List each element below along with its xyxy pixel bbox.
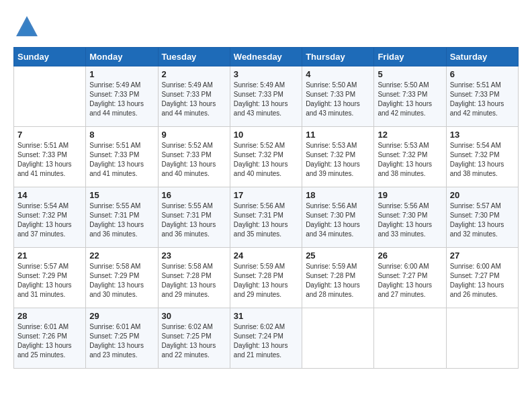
calendar-cell: 24Sunrise: 5:59 AMSunset: 7:28 PMDayligh… [230,248,302,308]
calendar-cell: 4Sunrise: 5:50 AMSunset: 7:33 PMDaylight… [302,66,374,127]
day-number: 12 [378,130,442,140]
calendar-cell [14,66,86,127]
day-number: 23 [162,250,226,261]
calendar-cell: 25Sunrise: 5:59 AMSunset: 7:28 PMDayligh… [302,248,374,308]
day-info: Sunrise: 6:00 AMSunset: 7:27 PMDaylight:… [378,262,442,300]
calendar-cell: 28Sunrise: 6:01 AMSunset: 7:26 PMDayligh… [14,308,86,369]
weekday-header: Sunday [14,48,86,66]
day-number: 17 [234,190,298,200]
day-info: Sunrise: 5:58 AMSunset: 7:28 PMDaylight:… [162,262,226,300]
day-number: 15 [89,190,154,200]
day-info: Sunrise: 5:49 AMSunset: 7:33 PMDaylight:… [89,81,154,118]
day-number: 19 [378,190,442,200]
calendar-cell: 12Sunrise: 5:53 AMSunset: 7:32 PMDayligh… [374,127,446,187]
calendar-cell: 9Sunrise: 5:52 AMSunset: 7:33 PMDaylight… [158,127,230,187]
day-number: 2 [162,69,226,79]
day-info: Sunrise: 5:51 AMSunset: 7:33 PMDaylight:… [89,141,154,179]
calendar-cell: 7Sunrise: 5:51 AMSunset: 7:33 PMDaylight… [14,127,86,187]
calendar-cell: 2Sunrise: 5:49 AMSunset: 7:33 PMDaylight… [158,66,230,127]
day-info: Sunrise: 6:01 AMSunset: 7:26 PMDaylight:… [17,322,82,360]
day-number: 29 [89,311,154,321]
calendar-cell: 10Sunrise: 5:52 AMSunset: 7:32 PMDayligh… [230,127,302,187]
day-number: 1 [89,69,154,79]
weekday-header: Tuesday [158,48,230,66]
day-info: Sunrise: 5:49 AMSunset: 7:33 PMDaylight:… [162,81,226,118]
calendar-week-row: 21Sunrise: 5:57 AMSunset: 7:29 PMDayligh… [14,248,519,308]
calendar-week-row: 28Sunrise: 6:01 AMSunset: 7:26 PMDayligh… [14,308,519,369]
logo [13,13,43,40]
day-info: Sunrise: 5:54 AMSunset: 7:32 PMDaylight:… [17,201,82,239]
day-info: Sunrise: 5:53 AMSunset: 7:32 PMDaylight:… [378,141,442,179]
day-number: 7 [17,130,82,140]
day-number: 26 [378,250,442,261]
day-number: 3 [234,69,298,79]
calendar-cell: 11Sunrise: 5:53 AMSunset: 7:32 PMDayligh… [302,127,374,187]
day-info: Sunrise: 5:50 AMSunset: 7:33 PMDaylight:… [306,81,370,118]
calendar-cell: 23Sunrise: 5:58 AMSunset: 7:28 PMDayligh… [158,248,230,308]
calendar-cell: 29Sunrise: 6:01 AMSunset: 7:25 PMDayligh… [86,308,158,369]
calendar-cell: 20Sunrise: 5:57 AMSunset: 7:30 PMDayligh… [446,187,518,248]
calendar-cell [374,308,446,369]
calendar-cell: 22Sunrise: 5:58 AMSunset: 7:29 PMDayligh… [86,248,158,308]
day-number: 25 [306,250,370,261]
calendar-cell: 3Sunrise: 5:49 AMSunset: 7:33 PMDaylight… [230,66,302,127]
day-number: 5 [378,69,442,79]
calendar-cell: 31Sunrise: 6:02 AMSunset: 7:24 PMDayligh… [230,308,302,369]
calendar-cell: 17Sunrise: 5:56 AMSunset: 7:31 PMDayligh… [230,187,302,248]
day-info: Sunrise: 5:56 AMSunset: 7:30 PMDaylight:… [306,201,370,239]
day-info: Sunrise: 6:01 AMSunset: 7:25 PMDaylight:… [89,322,154,360]
calendar-cell: 6Sunrise: 5:51 AMSunset: 7:33 PMDaylight… [446,66,518,127]
weekday-header: Monday [86,48,158,66]
calendar-cell: 16Sunrise: 5:55 AMSunset: 7:31 PMDayligh… [158,187,230,248]
calendar-cell [446,308,518,369]
day-info: Sunrise: 5:52 AMSunset: 7:32 PMDaylight:… [234,141,298,179]
calendar-cell: 21Sunrise: 5:57 AMSunset: 7:29 PMDayligh… [14,248,86,308]
day-number: 11 [306,130,370,140]
day-number: 14 [17,190,82,200]
calendar-week-row: 14Sunrise: 5:54 AMSunset: 7:32 PMDayligh… [14,187,519,248]
day-info: Sunrise: 5:57 AMSunset: 7:29 PMDaylight:… [17,262,82,300]
day-info: Sunrise: 5:58 AMSunset: 7:29 PMDaylight:… [89,262,154,300]
weekday-header: Saturday [446,48,518,66]
day-number: 27 [450,250,515,261]
day-info: Sunrise: 5:53 AMSunset: 7:32 PMDaylight:… [306,141,370,179]
day-number: 6 [450,69,515,79]
day-info: Sunrise: 6:02 AMSunset: 7:25 PMDaylight:… [162,322,226,360]
day-number: 22 [89,250,154,261]
day-number: 28 [17,311,82,321]
day-info: Sunrise: 5:50 AMSunset: 7:33 PMDaylight:… [378,81,442,118]
day-info: Sunrise: 6:02 AMSunset: 7:24 PMDaylight:… [234,322,298,360]
calendar-week-row: 1Sunrise: 5:49 AMSunset: 7:33 PMDaylight… [14,66,519,127]
calendar-cell: 1Sunrise: 5:49 AMSunset: 7:33 PMDaylight… [86,66,158,127]
day-info: Sunrise: 5:51 AMSunset: 7:33 PMDaylight:… [17,141,82,179]
calendar-header-row: SundayMondayTuesdayWednesdayThursdayFrid… [14,48,519,66]
calendar-cell [302,308,374,369]
calendar-cell: 14Sunrise: 5:54 AMSunset: 7:32 PMDayligh… [14,187,86,248]
calendar-cell: 19Sunrise: 5:56 AMSunset: 7:30 PMDayligh… [374,187,446,248]
weekday-header: Thursday [302,48,374,66]
weekday-header: Friday [374,48,446,66]
day-number: 8 [89,130,154,140]
calendar-cell: 30Sunrise: 6:02 AMSunset: 7:25 PMDayligh… [158,308,230,369]
day-info: Sunrise: 5:59 AMSunset: 7:28 PMDaylight:… [234,262,298,300]
calendar-cell: 18Sunrise: 5:56 AMSunset: 7:30 PMDayligh… [302,187,374,248]
day-number: 21 [17,250,82,261]
logo-icon [13,13,40,40]
day-number: 13 [450,130,515,140]
weekday-header: Wednesday [230,48,302,66]
calendar-cell: 8Sunrise: 5:51 AMSunset: 7:33 PMDaylight… [86,127,158,187]
day-number: 9 [162,130,226,140]
day-number: 30 [162,311,226,321]
day-info: Sunrise: 5:51 AMSunset: 7:33 PMDaylight:… [450,81,515,118]
page-header [13,13,519,40]
day-info: Sunrise: 5:49 AMSunset: 7:33 PMDaylight:… [234,81,298,118]
day-number: 10 [234,130,298,140]
day-number: 16 [162,190,226,200]
day-info: Sunrise: 5:54 AMSunset: 7:32 PMDaylight:… [450,141,515,179]
day-info: Sunrise: 6:00 AMSunset: 7:27 PMDaylight:… [450,262,515,300]
day-info: Sunrise: 5:52 AMSunset: 7:33 PMDaylight:… [162,141,226,179]
calendar-cell: 27Sunrise: 6:00 AMSunset: 7:27 PMDayligh… [446,248,518,308]
day-info: Sunrise: 5:56 AMSunset: 7:31 PMDaylight:… [234,201,298,239]
day-info: Sunrise: 5:56 AMSunset: 7:30 PMDaylight:… [378,201,442,239]
day-info: Sunrise: 5:59 AMSunset: 7:28 PMDaylight:… [306,262,370,300]
